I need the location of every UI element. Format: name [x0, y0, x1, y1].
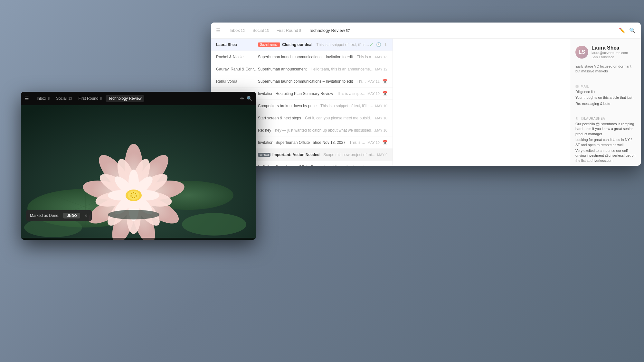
twitter-label: 𝕏 @laurashea [575, 116, 636, 121]
twitter-icon: 𝕏 [575, 116, 579, 121]
mail-section: ✉ Mail Diligence list Your thoughts on t… [575, 84, 636, 106]
email-preview: This is a snippet of text, it'll show a … [320, 104, 375, 108]
header-tabs: Inbox 12 Social 13 First Round 8 Technol… [226, 27, 619, 34]
tab-social[interactable]: Social 13 [249, 27, 273, 34]
email-meta: MAY 13 [375, 55, 387, 59]
client-body: Laura Shea Superhuman Closing our deal T… [211, 39, 641, 166]
svg-point-41 [130, 195, 132, 197]
twitter-items: Our portfolio @uxventures is ramping har… [575, 122, 636, 163]
email-tag: Superhuman [258, 42, 280, 47]
mail-icon: ✉ [575, 84, 579, 89]
svg-point-42 [134, 197, 135, 198]
edit-icon[interactable]: ✏️ [619, 27, 625, 33]
list-item: Re: messaging & bote [575, 101, 636, 106]
email-subject-area: Invitation: Superhuman Offsite Tahoe Nov… [258, 140, 367, 145]
email-subject: Re: hey [258, 128, 271, 133]
email-preview: Wow – this looks incredible! [334, 165, 377, 166]
email-date: MAY 10 [375, 128, 387, 132]
lotus-edit-icon[interactable]: ✏ [240, 96, 244, 101]
email-meta: MAY 9 [377, 165, 387, 166]
list-item: Very excited to announce our self-drivin… [575, 148, 636, 163]
email-meta: MAY 10 📅 [367, 140, 387, 145]
lotus-tab-techreview[interactable]: Technology Review [106, 95, 144, 102]
table-row[interactable]: Laura Shea Superhuman Closing our deal T… [211, 39, 393, 51]
svg-point-38 [135, 193, 136, 194]
email-date: MAY 13 [375, 55, 387, 59]
contact-email: laura@uxventures.com [592, 51, 628, 55]
contact-header: LS Laura Shea laura@uxventures.com San F… [575, 45, 636, 59]
contact-bio: Early stage VC focused on dormant but ma… [575, 64, 636, 74]
email-date: MAY 9 [377, 153, 387, 157]
svg-point-40 [136, 195, 137, 197]
search-icon[interactable]: 🔍 [629, 27, 636, 33]
lotus-tab-firstround[interactable]: First Round 8 [76, 95, 104, 102]
calendar-icon: 📅 [382, 140, 387, 145]
table-row[interactable]: Rahul Vohra Superhuman launch communicat… [211, 75, 393, 88]
email-subject: Invitation: Superhuman Offsite Tahoe Nov… [258, 140, 346, 145]
lotus-tab-social[interactable]: Social 13 [53, 95, 74, 102]
email-tag: contact [258, 153, 270, 157]
email-subject: Start screen & next steps [258, 116, 301, 120]
mail-label: ✉ Mail [575, 84, 636, 89]
email-meta: MAY 12 📅 [367, 79, 387, 84]
mail-items: Diligence list Your thoughts on this art… [575, 89, 636, 106]
email-subject-area: Re: hey hey — just wanted to catch up ab… [258, 128, 375, 133]
email-date: MAY 12 [375, 67, 387, 71]
list-item: Your thoughts on this article that just.… [575, 95, 636, 100]
tab-firstround[interactable]: First Round 8 [273, 27, 305, 34]
email-sender: Laura Shea [216, 42, 258, 47]
contact-location: San Francisco [592, 55, 628, 59]
close-icon[interactable]: ✕ [84, 213, 88, 218]
lotus-tabs: Inbox 8 Social 13 First Round 8 Technolo… [34, 95, 238, 102]
email-preview: This is a snippet of text, it'll show a.… [357, 55, 375, 59]
email-date: MAY 10 [367, 141, 380, 144]
lotus-header: ☰ Inbox 8 Social 13 First Round 8 Techno… [21, 92, 256, 105]
table-row[interactable]: Rachel & Nicole Superhuman launch commun… [211, 51, 393, 63]
svg-point-39 [131, 193, 132, 194]
email-preview: Hello team, this is an announcement emai… [310, 67, 375, 71]
email-subject-area: contact Important: Action Needed Scope t… [258, 153, 377, 157]
email-date: MAY 9 [377, 165, 387, 166]
list-item: Diligence list [575, 89, 636, 94]
tab-inbox[interactable]: Inbox 12 [226, 27, 249, 34]
email-meta: MAY 10 [375, 128, 387, 132]
toast-message: Marked as Done. [30, 213, 59, 218]
undo-button[interactable]: UNDO [63, 213, 80, 218]
email-preview: Scope this new project of mine, thanks! [323, 153, 377, 157]
contact-panel: LS Laura Shea laura@uxventures.com San F… [570, 39, 641, 166]
email-preview: This is a snippet of text, it'll show a.… [337, 91, 367, 96]
email-meta: MAY 9 [377, 153, 387, 157]
email-preview: This is a snippet of text, it'll show a.… [357, 79, 367, 84]
menu-icon[interactable]: ☰ [216, 27, 221, 33]
lotus-actions: ✏ 🔍 [240, 96, 252, 101]
email-subject-area: Invitation: Recruiting Plan Summary Revi… [258, 91, 367, 96]
email-meta: MAY 10 📅 [367, 91, 387, 96]
lotus-tab-inbox[interactable]: Inbox 8 [34, 95, 52, 102]
client-header: ☰ Inbox 12 Social 13 First Round 8 Techn… [211, 23, 641, 39]
email-subject: Competitors broken down by price [258, 104, 317, 108]
svg-point-37 [133, 192, 134, 193]
lotus-footer: You've hit Inbox Zero! 👍 SUPERHUMAN ⚑ ⊞ … [21, 238, 256, 240]
email-date: MAY 10 [375, 104, 387, 108]
email-subject: Superhuman announcement [258, 67, 307, 71]
twitter-section: 𝕏 @laurashea Our portfolio @uxventures i… [575, 116, 636, 163]
svg-point-43 [132, 197, 133, 198]
email-subject-area: Invitation: Superhuman Offsite Discussio… [258, 165, 377, 166]
email-subject: Superhuman launch communications – Invit… [258, 55, 353, 59]
email-subject-area: Competitors broken down by price This is… [258, 104, 375, 108]
email-subject-area: Superhuman launch communications – Invit… [258, 55, 375, 59]
email-client-window: ☰ Inbox 12 Social 13 First Round 8 Techn… [211, 23, 641, 166]
email-preview: This is a snippet of text, it'll show a … [316, 42, 370, 47]
lotus-menu-icon[interactable]: ☰ [25, 96, 29, 101]
lotus-window: ☰ Inbox 8 Social 13 First Round 8 Techno… [21, 92, 256, 240]
list-item: Our portfolio @uxventures is ramping har… [575, 122, 636, 136]
email-preview: Got it, can you please meet me outside t… [305, 116, 375, 120]
email-meta: MAY 12 [375, 67, 387, 71]
lotus-search-icon[interactable]: 🔍 [247, 96, 252, 101]
table-row[interactable]: Gaurav, Rahul & Conrad Superhuman announ… [211, 63, 393, 75]
tab-techreview[interactable]: Technology Review 57 [305, 27, 354, 34]
email-preview: hey — just wanted to catch up about what… [275, 128, 375, 133]
calendar-icon: 📅 [382, 91, 387, 96]
header-actions: ✏️ 🔍 [619, 27, 636, 33]
email-meta: MAY 10 [375, 104, 387, 108]
